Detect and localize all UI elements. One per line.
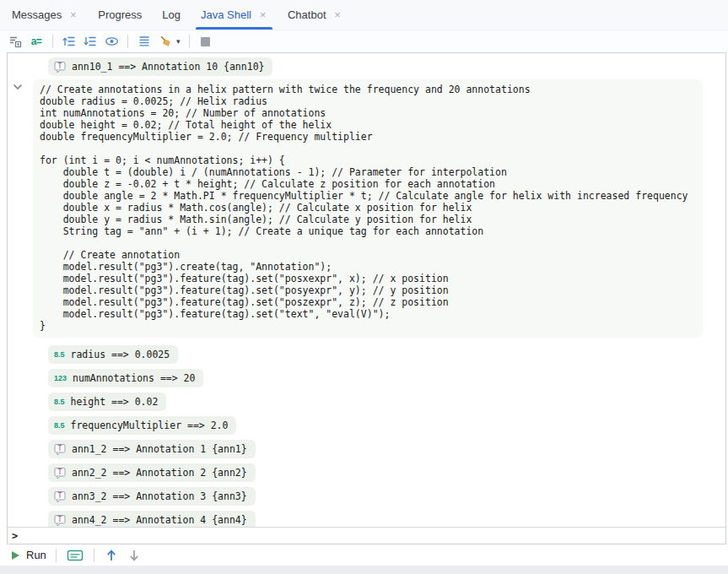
code-section: // Create annotations in a helix pattern… bbox=[8, 79, 725, 338]
code-line: double y = radius * Math.sin(angle); // … bbox=[40, 214, 703, 225]
tab-bar: Messages × Progress Log Java Shell × Cha… bbox=[0, 0, 728, 30]
console-output-area[interactable]: T ann10_1 ==> Annotation 10 {ann10} // C… bbox=[8, 53, 725, 527]
chevron-down-icon[interactable] bbox=[13, 83, 23, 91]
code-line: double z = -0.02 + t * height; // Calcul… bbox=[40, 178, 703, 190]
stop-square bbox=[201, 37, 210, 46]
code-line: double angle = 2 * Math.PI * frequencyMu… bbox=[40, 190, 703, 202]
double-type-icon: 8.5 bbox=[54, 421, 65, 430]
code-line bbox=[40, 143, 703, 154]
result-text: ann1_2 ==> Annotation 1 {ann1} bbox=[72, 443, 247, 455]
annotation-icon: T bbox=[54, 514, 66, 527]
close-icon[interactable]: × bbox=[68, 9, 78, 20]
result-chip: T ann10_1 ==> Annotation 10 {ann10} bbox=[48, 57, 272, 76]
result-chip: T ann3_2 ==> Annotation 3 {ann3} bbox=[48, 487, 256, 506]
code-line: for (int i = 0; i < numAnnotations; i++)… bbox=[40, 154, 703, 166]
prompt-row: > bbox=[8, 527, 725, 544]
code-line: model.result("pg3").feature(tag).set("po… bbox=[40, 284, 703, 296]
result-text: ann3_2 ==> Annotation 3 {ann3} bbox=[72, 490, 247, 502]
tab-java-shell[interactable]: Java Shell × bbox=[191, 0, 278, 30]
show-values-icon[interactable]: a= bbox=[29, 34, 44, 49]
eye-icon[interactable] bbox=[104, 34, 119, 49]
collapse-all-icon[interactable] bbox=[62, 34, 77, 49]
svg-text:T: T bbox=[58, 516, 62, 523]
tab-chatbot[interactable]: Chatbot × bbox=[278, 0, 353, 30]
previous-command-icon[interactable] bbox=[104, 548, 119, 563]
console-panel: T ann10_1 ==> Annotation 10 {ann10} // C… bbox=[7, 52, 726, 544]
code-line: // Create annotations in a helix pattern… bbox=[40, 84, 703, 95]
code-line: model.result("pg3").feature(tag).set("te… bbox=[40, 308, 703, 320]
code-line: double height = 0.02; // Total height of… bbox=[40, 119, 703, 131]
close-icon[interactable]: × bbox=[258, 9, 267, 20]
active-tab-underline bbox=[196, 27, 272, 30]
result-text: numAnnotations ==> 20 bbox=[73, 372, 195, 384]
tab-label: Log bbox=[162, 8, 181, 21]
history-icon[interactable] bbox=[137, 34, 152, 49]
result-text: radius ==> 0.0025 bbox=[71, 349, 170, 360]
toolbar-separator bbox=[94, 549, 94, 562]
code-line: int numAnnotations = 20; // Number of an… bbox=[40, 107, 703, 119]
result-chip: T ann4_2 ==> Annotation 4 {ann4} bbox=[48, 511, 256, 527]
double-type-icon: 8.5 bbox=[54, 398, 65, 406]
tab-messages[interactable]: Messages × bbox=[2, 0, 88, 30]
clear-console-icon[interactable] bbox=[158, 34, 173, 49]
status-strip bbox=[0, 566, 728, 574]
int-type-icon: 123 bbox=[54, 374, 67, 382]
editor-mode-icon[interactable] bbox=[66, 548, 84, 563]
tab-log[interactable]: Log bbox=[152, 0, 191, 30]
result-chip: T ann1_2 ==> Annotation 1 {ann1} bbox=[48, 440, 256, 458]
annotation-icon: T bbox=[54, 61, 66, 73]
result-text: ann2_2 ==> Annotation 2 {ann2} bbox=[72, 467, 247, 479]
toolbar-separator bbox=[56, 549, 57, 562]
close-icon[interactable]: × bbox=[333, 9, 342, 20]
tab-label: Java Shell bbox=[201, 8, 251, 21]
svg-text:T: T bbox=[58, 492, 62, 500]
result-chip: 8.5 radius ==> 0.0025 bbox=[48, 345, 178, 364]
expand-all-icon[interactable] bbox=[83, 34, 98, 49]
play-icon bbox=[11, 550, 20, 560]
bottom-toolbar: Run bbox=[0, 544, 728, 566]
console-toolbar: a= bbox=[0, 30, 728, 52]
clear-dropdown-caret[interactable]: ▾ bbox=[176, 37, 181, 46]
annotation-icon: T bbox=[54, 443, 66, 456]
code-cell[interactable]: // Create annotations in a helix pattern… bbox=[33, 79, 703, 338]
double-type-icon: 8.5 bbox=[54, 350, 65, 359]
toolbar-separator bbox=[127, 35, 128, 48]
code-line: String tag = "ann" + (i + 1); // Create … bbox=[40, 225, 703, 237]
code-line: model.result("pg3").feature(tag).set("po… bbox=[40, 296, 703, 308]
code-line: double x = radius * Math.cos(angle); // … bbox=[40, 202, 703, 214]
code-line: // Create annotation bbox=[40, 249, 703, 261]
svg-text:T: T bbox=[58, 445, 62, 452]
prompt-symbol: > bbox=[12, 530, 18, 542]
svg-text:T: T bbox=[58, 468, 62, 476]
result-text: ann4_2 ==> Annotation 4 {ann4} bbox=[72, 514, 247, 526]
result-chip: 8.5 frequencyMultiplier ==> 2.0 bbox=[48, 416, 236, 435]
tab-label: Progress bbox=[98, 8, 142, 21]
code-line: model.result("pg3").feature(tag).set("po… bbox=[40, 273, 703, 284]
result-chip: T ann2_2 ==> Annotation 2 {ann2} bbox=[48, 463, 256, 482]
svg-text:T: T bbox=[58, 62, 62, 70]
result-text: height ==> 0.02 bbox=[71, 396, 159, 408]
toolbar-separator bbox=[52, 35, 53, 48]
code-line: double t = (double) i / (numAnnotations … bbox=[40, 166, 703, 178]
tab-progress[interactable]: Progress bbox=[88, 0, 152, 30]
result-chip: 8.5 height ==> 0.02 bbox=[48, 393, 166, 411]
code-line: model.result("pg3").create(tag, "Annotat… bbox=[40, 261, 703, 273]
annotation-icon: T bbox=[54, 467, 66, 479]
show-values-glyph: a= bbox=[31, 35, 42, 47]
wrap-lines-icon[interactable] bbox=[8, 34, 23, 49]
code-line bbox=[40, 237, 703, 249]
toolbar-separator bbox=[189, 35, 190, 48]
run-button[interactable]: Run bbox=[11, 549, 46, 561]
run-button-label: Run bbox=[26, 549, 46, 561]
stop-icon[interactable] bbox=[198, 34, 213, 49]
result-text: frequencyMultiplier ==> 2.0 bbox=[71, 420, 229, 431]
shell-input[interactable] bbox=[18, 528, 725, 544]
result-chip: 123 numAnnotations ==> 20 bbox=[48, 369, 203, 387]
annotation-icon: T bbox=[54, 490, 66, 503]
code-line: double radius = 0.0025; // Helix radius bbox=[40, 95, 703, 107]
java-shell-window: Messages × Progress Log Java Shell × Cha… bbox=[0, 0, 728, 574]
tab-label: Chatbot bbox=[288, 8, 326, 21]
code-line: double frequencyMultiplier = 2.0; // Fre… bbox=[40, 131, 703, 143]
code-line: } bbox=[40, 320, 703, 332]
next-command-icon[interactable] bbox=[127, 548, 142, 563]
